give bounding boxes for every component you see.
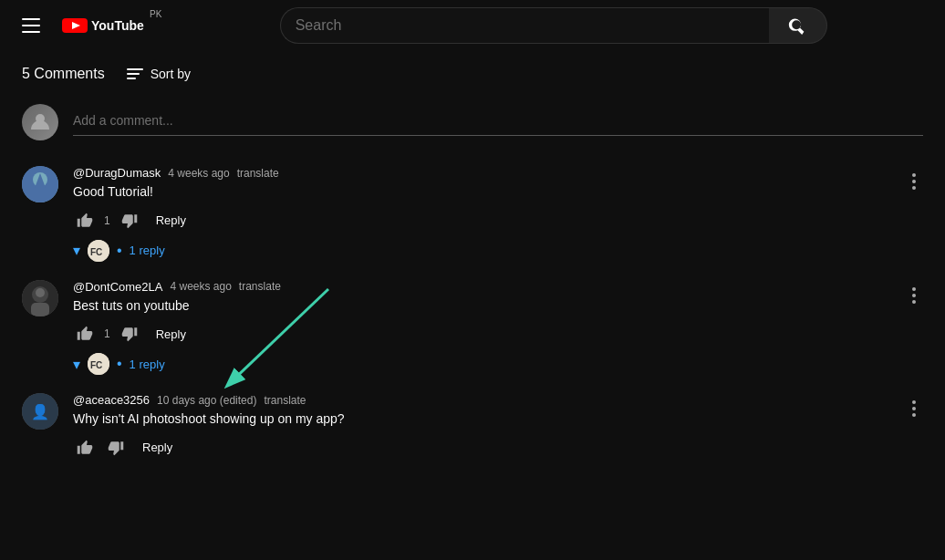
yt-logo-icon: YouTube [62,16,144,35]
user-avatar [22,104,58,140]
comment-meta: @DontCome2LA 4 weeks ago translate [73,280,923,294]
comment-body: @aceace3256 10 days ago (edited) transla… [73,393,923,460]
search-area [280,7,827,44]
comment-body: @DontCome2LA 4 weeks ago translate Best … [73,280,923,376]
add-comment-input[interactable] [73,109,923,136]
comment-item: @DontCome2LA 4 weeks ago translate Best … [22,280,923,376]
reply-button[interactable]: Reply [135,437,180,458]
comment-time: 4 weeks ago [168,167,229,180]
svg-text:👤: 👤 [31,403,49,420]
comment-time: 10 days ago (edited) [157,394,256,407]
comment-meta: @DuragDumask 4 weeks ago translate [73,166,923,180]
comment-text: Good Tutorial! [73,183,923,202]
add-comment-row [22,104,923,140]
like-count: 1 [104,214,110,227]
search-input-wrap [280,7,769,44]
more-options-button[interactable] [905,166,923,197]
dislike-button[interactable] [118,209,141,233]
like-button[interactable] [73,209,97,233]
dislike-button[interactable] [104,436,128,460]
comment-text: Best tuts on youtube [73,297,923,316]
chevron-down-icon: ▾ [73,242,80,259]
replies-toggle[interactable]: ▾ FC • 1 reply [73,240,923,262]
comment-avatar [22,166,58,202]
comments-count: 5 Comments [22,66,105,82]
comment-username: @DontCome2LA [73,280,162,294]
svg-text:YouTube: YouTube [91,18,144,33]
sort-icon [127,68,143,79]
sort-by-button[interactable]: Sort by [127,67,191,81]
replies-dot: • [117,356,122,372]
sort-by-label: Sort by [151,67,191,81]
header: YouTube PK [0,0,945,51]
replies-dot: • [117,243,122,259]
comment-translate-link[interactable]: translate [239,280,281,293]
reply-button[interactable]: Reply [149,210,193,231]
svg-point-11 [36,288,45,297]
comment-actions: 1 Reply [73,209,923,233]
more-options-button[interactable] [905,280,923,311]
more-options-button[interactable] [905,393,923,424]
country-code-label: PK [150,9,161,19]
comment-actions: 1 Reply [73,322,923,346]
like-button[interactable] [73,322,97,346]
comment-translate-link[interactable]: translate [264,394,306,407]
main-content: 5 Comments Sort by @DuragDumask 4 weeks … [0,51,945,493]
comment-translate-link[interactable]: translate [237,167,279,180]
comment-username: @aceace3256 [73,393,150,407]
search-input[interactable] [296,17,754,34]
comment-avatar: 👤 [22,393,58,430]
replies-area: ▾ FC • 1 reply [73,353,923,375]
comment-item: 👤 @aceace3256 10 days ago (edited) trans… [22,393,923,460]
reply-avatar: FC [88,240,109,262]
comment-time: 4 weeks ago [170,280,231,293]
svg-rect-12 [31,303,49,316]
comment-meta: @aceace3256 10 days ago (edited) transla… [73,393,923,407]
reply-button[interactable]: Reply [149,324,193,345]
search-button[interactable] [769,7,827,44]
comment-avatar [22,280,58,316]
svg-text:FC: FC [90,247,102,257]
replies-count: 1 reply [130,358,165,371]
comment-actions: Reply [73,436,923,460]
comment-username: @DuragDumask [73,166,161,180]
hamburger-menu-button[interactable] [15,11,47,40]
like-count: 1 [104,327,110,340]
comment-item: @DuragDumask 4 weeks ago translate Good … [22,166,923,262]
comments-header: 5 Comments Sort by [22,66,923,82]
dislike-button[interactable] [118,322,141,346]
like-button[interactable] [73,436,97,460]
comment-body: @DuragDumask 4 weeks ago translate Good … [73,166,923,262]
youtube-logo[interactable]: YouTube PK [62,16,161,35]
reply-avatar: FC [88,353,109,375]
svg-text:FC: FC [90,360,102,370]
replies-toggle[interactable]: ▾ FC • 1 reply [73,353,923,375]
chevron-down-icon: ▾ [73,356,80,373]
replies-count: 1 reply [130,244,165,257]
comment-text: Why isn't AI photoshoot showing up on my… [73,410,923,429]
